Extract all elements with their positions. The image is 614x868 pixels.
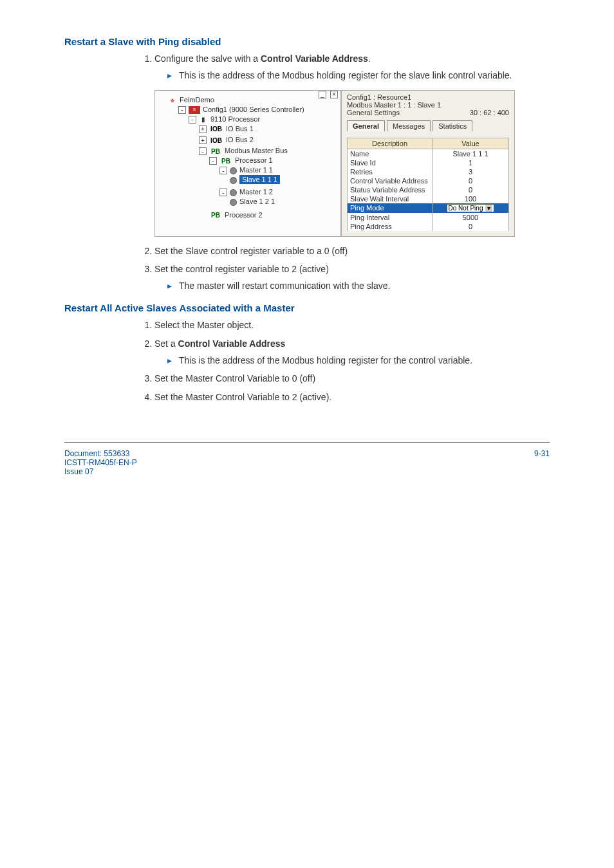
tree-master11[interactable]: Master 1 1 [239,166,273,174]
expand-icon[interactable]: - [178,106,186,114]
col-value: Value [433,138,509,149]
project-icon: ⟐ [168,97,177,104]
config-tree: _ × ⟐FeimDemo -≡Config1 (9000 Series Con… [154,90,341,237]
tree-root[interactable]: FeimDemo [180,96,214,104]
section1-steps: Configure the salve with a Control Varia… [154,52,550,82]
footer-code: ICSTT-RM405f-EN-P [64,458,137,467]
window-minimize-icon[interactable]: _ [319,91,326,98]
tab-general[interactable]: General [347,120,385,131]
expand-icon[interactable]: - [219,189,227,196]
config-screenshot: _ × ⟐FeimDemo -≡Config1 (9000 Series Con… [154,90,515,237]
tree-proc2[interactable]: Processor 2 [225,211,263,219]
panel-tabs: General Messages Statistics [347,120,509,131]
expand-icon[interactable]: + [199,125,207,133]
tab-statistics[interactable]: Statistics [433,120,472,131]
footer-issue: Issue 07 [64,467,137,476]
slave-icon [230,199,237,206]
tree-slave121[interactable]: Slave 1 2 1 [239,198,275,205]
ping-mode-dropdown[interactable]: Do Not Ping▾ [447,204,495,212]
master-icon [230,189,237,196]
s2-step-3: Set the Master Control Variable to 0 (of… [154,372,550,385]
table-row[interactable]: Status Variable Address0 [348,185,509,194]
table-row[interactable]: Ping Interval5000 [348,213,509,222]
table-row[interactable]: NameSlave 1 1 1 [348,149,509,158]
processor-icon: ▮ [199,116,208,124]
table-row[interactable]: Ping Address0 [348,222,509,231]
panel-counter: 30 : 62 : 400 [470,109,509,116]
prop-description: Name [348,149,433,158]
expand-icon[interactable]: - [219,167,227,174]
tree-master12[interactable]: Master 1 2 [239,188,273,196]
pb-icon: PB [209,212,222,219]
table-row[interactable]: Ping ModeDo Not Ping▾ [348,203,509,213]
pb-icon: PB [219,157,232,165]
tree-slave111-selected[interactable]: Slave 1 1 1 [239,175,280,184]
tree-bus1[interactable]: IO Bus 1 [226,125,254,133]
prop-description: Slave Wait Interval [348,194,433,203]
tree-modbus[interactable]: Modbus Master Bus [225,147,288,154]
slave-icon [230,177,237,184]
step-3-text: Set the control register variable to 2 (… [154,264,329,274]
prop-description: Slave Id [348,158,433,167]
prop-value: 1 [433,158,509,167]
expand-icon[interactable]: - [199,147,207,155]
section1-steps-cont: Set the Slave control register variable … [154,245,550,293]
chevron-down-icon[interactable]: ▾ [485,205,492,212]
step-3: Set the control register variable to 2 (… [154,263,550,293]
prop-value: 3 [433,167,509,176]
tab-messages[interactable]: Messages [387,120,431,131]
s2-step-2-text: Set a [154,338,178,349]
table-row[interactable]: Slave Id1 [348,158,509,167]
s2-step-2: Set a Control Variable Address This is t… [154,337,550,367]
prop-description: Retries [348,167,433,176]
footer-divider [64,442,550,443]
panel-path-3: General Settings [347,109,400,116]
prop-description: Ping Mode [348,203,433,213]
controller-icon: ≡ [189,106,200,114]
prop-description: Ping Interval [348,213,433,222]
step-1: Configure the salve with a Control Varia… [154,52,550,82]
table-row[interactable]: Retries3 [348,167,509,176]
prop-value[interactable]: Do Not Ping▾ [433,203,509,213]
table-row[interactable]: Slave Wait Interval100 [348,194,509,203]
s2-step-2-bold: Control Variable Address [178,338,286,349]
step-1-bold: Control Variable Address [261,53,368,64]
prop-value: 100 [433,194,509,203]
prop-value: Slave 1 1 1 [433,149,509,158]
prop-description: Control Variable Address [348,176,433,185]
s2-step-2-sub: This is the address of the Modbus holdin… [167,354,550,367]
expand-icon[interactable]: + [199,136,207,144]
footer-page: 9-31 [534,449,550,476]
expand-icon[interactable]: - [189,116,196,124]
prop-value: 0 [433,222,509,231]
step-3-sub: The master will restart communication wi… [167,279,550,292]
properties-table: Description Value NameSlave 1 1 1Slave I… [347,138,509,231]
section-heading: Restart All Active Slaves Associated wit… [64,302,550,313]
property-panel: Config1 : Resource1 Modbus Master 1 : 1 … [341,90,515,237]
prop-value: 0 [433,185,509,194]
tree-proc1[interactable]: Processor 1 [235,156,273,164]
tree-processor[interactable]: 9110 Processor [210,115,260,123]
panel-path-1: Config1 : Resource1 [347,93,509,101]
tree-bus2[interactable]: IO Bus 2 [226,136,254,143]
iob-icon: IOB [209,136,223,144]
step-2: Set the Slave control register variable … [154,245,550,257]
prop-description: Ping Address [348,222,433,231]
tree-config[interactable]: Config1 (9000 Series Controller) [203,106,304,113]
col-description: Description [348,138,433,149]
step-1-sub: This is the address of the Modbus holdin… [167,69,550,82]
master-icon [230,167,237,174]
section-heading: Restart a Slave with Ping disabled [64,36,550,47]
s2-step-4: Set the Master Control Variable to 2 (ac… [154,391,550,403]
iob-icon: IOB [209,125,223,133]
expand-icon[interactable]: - [209,157,217,165]
table-row[interactable]: Control Variable Address0 [348,176,509,185]
step-1-tail: . [368,53,371,64]
section2-steps: Select the Master object. Set a Control … [154,319,550,403]
prop-value: 5000 [433,213,509,222]
window-close-icon[interactable]: × [330,91,338,98]
prop-value: 0 [433,176,509,185]
footer-doc: Document: 553633 [64,449,137,458]
pb-icon: PB [209,147,222,155]
page-footer: Document: 553633 ICSTT-RM405f-EN-P Issue… [64,449,550,476]
